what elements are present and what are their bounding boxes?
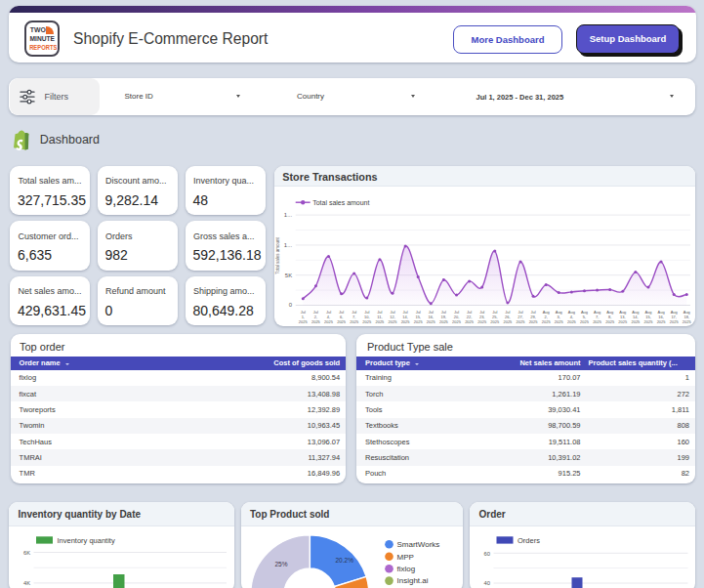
svg-text:2025: 2025	[567, 318, 577, 323]
svg-text:2025: 2025	[529, 318, 539, 323]
svg-text:2025: 2025	[593, 318, 602, 323]
svg-text:25%: 25%	[274, 561, 287, 567]
svg-text:2025: 2025	[580, 318, 590, 323]
svg-text:2025: 2025	[439, 318, 449, 323]
svg-text:40: 40	[484, 580, 490, 586]
svg-text:2025: 2025	[465, 318, 475, 323]
svg-text:2025: 2025	[632, 318, 642, 323]
svg-text:Insight.ai: Insight.ai	[396, 576, 428, 585]
svg-text:2025: 2025	[606, 318, 616, 323]
svg-text:2025: 2025	[683, 318, 692, 323]
svg-text:2025: 2025	[401, 318, 411, 323]
svg-text:fixlog: fixlog	[396, 565, 415, 573]
svg-text:2025: 2025	[299, 318, 309, 323]
svg-text:Orders: Orders	[518, 536, 540, 545]
svg-text:2025: 2025	[363, 318, 373, 323]
svg-text:1...: 1...	[284, 212, 293, 218]
svg-text:Total sales amount: Total sales amount	[313, 198, 370, 205]
svg-text:2025: 2025	[376, 318, 386, 323]
svg-text:6K: 6K	[23, 550, 30, 556]
svg-text:2025: 2025	[311, 318, 321, 323]
svg-text:2025: 2025	[337, 318, 347, 323]
svg-text:2025: 2025	[555, 318, 564, 323]
svg-text:4K: 4K	[23, 580, 30, 586]
svg-text:2025: 2025	[452, 318, 462, 323]
svg-text:2025: 2025	[644, 318, 654, 323]
svg-text:SmartWorks: SmartWorks	[396, 540, 439, 549]
svg-text:MPP: MPP	[396, 553, 413, 562]
svg-text:Total sales amount: Total sales amount	[275, 236, 280, 273]
svg-text:2025: 2025	[504, 318, 514, 323]
svg-text:2025: 2025	[427, 318, 436, 323]
svg-text:2025: 2025	[351, 318, 360, 323]
svg-text:20.2%: 20.2%	[335, 557, 353, 564]
svg-text:2025: 2025	[478, 318, 488, 323]
svg-text:60: 60	[484, 551, 490, 557]
svg-text:2025: 2025	[542, 318, 552, 323]
svg-text:2025: 2025	[517, 318, 526, 323]
svg-text:2025: 2025	[491, 318, 501, 323]
svg-text:1...: 1...	[284, 242, 293, 248]
svg-text:Inventory quantity: Inventory quantity	[58, 536, 115, 545]
svg-text:2025: 2025	[324, 318, 334, 323]
svg-text:5K: 5K	[285, 272, 292, 277]
svg-text:2025: 2025	[657, 318, 667, 323]
svg-text:2025: 2025	[389, 318, 398, 323]
svg-text:2025: 2025	[414, 318, 424, 323]
svg-text:0: 0	[289, 302, 293, 308]
svg-text:2025: 2025	[670, 318, 680, 323]
svg-text:2025: 2025	[619, 318, 629, 323]
